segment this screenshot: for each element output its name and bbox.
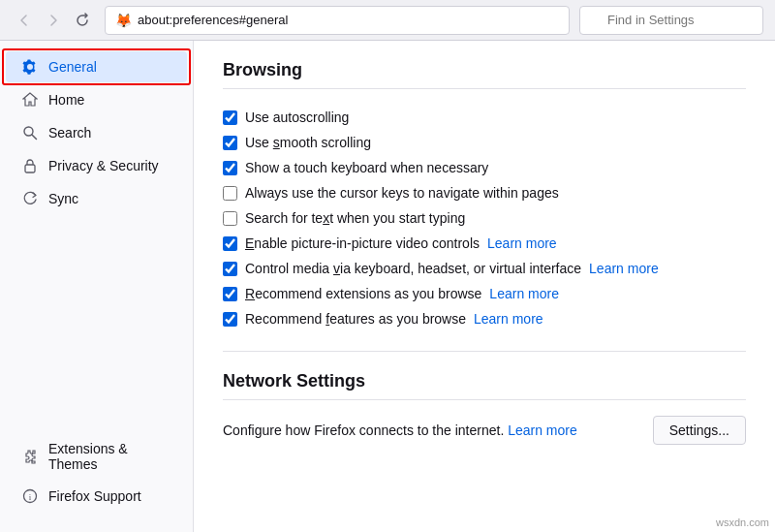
cursor-keys-checkbox[interactable]: [223, 186, 237, 201]
address-domain: about:preferences#general: [138, 13, 288, 27]
refresh-button[interactable]: [70, 8, 95, 33]
sidebar-item-home[interactable]: Home: [6, 84, 187, 115]
smooth-scroll-label: Use smooth scrolling: [245, 135, 371, 150]
back-button[interactable]: [12, 8, 37, 33]
checkbox-row-recommend-feat: Recommend features as you browse Learn m…: [223, 306, 746, 331]
sidebar-label-extensions: Extensions & Themes: [48, 441, 171, 472]
checkbox-list: Use autoscrolling Use smooth scrolling S…: [223, 105, 746, 331]
puzzle-icon: [21, 449, 39, 464]
sidebar-item-general[interactable]: General: [6, 51, 187, 82]
search-typing-label: Search for text when you start typing: [245, 210, 465, 226]
sidebar-item-privacy[interactable]: Privacy & Security: [6, 150, 187, 181]
svg-rect-2: [25, 165, 35, 172]
checkbox-row-search-typing: Search for text when you start typing: [223, 205, 746, 231]
sidebar-item-extensions[interactable]: Extensions & Themes: [6, 433, 187, 480]
recommend-feat-checkbox[interactable]: [223, 312, 237, 327]
checkbox-row-cursor: Always use the cursor keys to navigate w…: [223, 180, 746, 205]
touch-keyboard-checkbox[interactable]: [223, 161, 237, 175]
section-divider: [223, 351, 746, 352]
find-settings-input[interactable]: [579, 6, 763, 35]
firefox-icon: 🦊: [115, 13, 132, 28]
sync-icon: [21, 191, 39, 206]
smooth-scroll-checkbox[interactable]: [223, 136, 237, 150]
network-desc: Configure how Firefox connects to the in…: [223, 422, 577, 438]
pip-learn-more[interactable]: Learn more: [487, 235, 557, 251]
address-bar[interactable]: 🦊 about:preferences#general: [105, 6, 570, 35]
pip-checkbox[interactable]: [223, 236, 237, 251]
network-title: Network Settings: [223, 371, 746, 400]
network-settings-button[interactable]: Settings...: [653, 416, 746, 445]
recommend-ext-learn-more[interactable]: Learn more: [489, 286, 559, 301]
media-control-label: Control media via keyboard, headset, or …: [245, 261, 581, 276]
autoscroll-checkbox[interactable]: [223, 110, 237, 125]
browsing-title: Browsing: [223, 60, 746, 89]
pip-label: Enable picture-in-picture video controls: [245, 235, 480, 251]
network-section: Network Settings Configure how Firefox c…: [223, 371, 746, 445]
sidebar-label-search: Search: [48, 125, 91, 141]
sidebar-item-sync[interactable]: Sync: [6, 183, 187, 214]
checkbox-row-touch: Show a touch keyboard when necessary: [223, 155, 746, 180]
browser-chrome: 🦊 about:preferences#general 🔍: [0, 0, 775, 41]
cursor-keys-label[interactable]: Always use the cursor keys to navigate w…: [245, 185, 559, 201]
checkbox-row-media: Control media via keyboard, headset, or …: [223, 256, 746, 281]
main-layout: General Home Search Privacy & Security: [0, 41, 775, 532]
find-settings-container: 🔍: [579, 6, 763, 35]
recommend-feat-learn-more[interactable]: Learn more: [474, 311, 543, 327]
home-icon: [21, 92, 39, 108]
checkbox-row-recommend-ext: Recommend extensions as you browse Learn…: [223, 281, 746, 306]
sidebar-spacer: [0, 215, 193, 432]
sidebar-label-home: Home: [48, 92, 84, 108]
media-control-checkbox[interactable]: [223, 262, 237, 276]
lock-icon: [21, 158, 39, 173]
find-settings-wrap: 🔍: [579, 6, 763, 35]
sidebar-label-privacy: Privacy & Security: [48, 158, 159, 173]
checkbox-row-pip: Enable picture-in-picture video controls…: [223, 231, 746, 256]
network-row: Configure how Firefox connects to the in…: [223, 416, 746, 445]
sidebar-label-general: General: [48, 59, 97, 75]
sidebar-label-sync: Sync: [48, 191, 78, 206]
autoscroll-label[interactable]: Use autoscrolling: [245, 110, 349, 125]
network-learn-more[interactable]: Learn more: [508, 422, 577, 438]
sidebar: General Home Search Privacy & Security: [0, 41, 194, 532]
gear-icon: [21, 59, 39, 75]
search-typing-checkbox[interactable]: [223, 211, 237, 226]
checkbox-row-autoscroll: Use autoscrolling: [223, 105, 746, 130]
address-text: about:preferences#general: [138, 13, 559, 27]
svg-text:i: i: [29, 492, 32, 502]
sidebar-item-support[interactable]: i Firefox Support: [6, 481, 187, 512]
recommend-ext-label: Recommend extensions as you browse: [245, 286, 481, 301]
info-icon: i: [21, 488, 39, 504]
sidebar-label-support: Firefox Support: [48, 488, 141, 504]
recommend-ext-checkbox[interactable]: [223, 287, 237, 301]
svg-line-1: [32, 135, 37, 140]
recommend-feat-label: Recommend features as you browse: [245, 311, 466, 327]
checkbox-row-smooth: Use smooth scrolling: [223, 130, 746, 155]
search-icon: [21, 125, 39, 141]
sidebar-item-search[interactable]: Search: [6, 117, 187, 148]
touch-keyboard-label[interactable]: Show a touch keyboard when necessary: [245, 160, 488, 175]
media-learn-more[interactable]: Learn more: [589, 261, 659, 276]
forward-button[interactable]: [41, 8, 66, 33]
content-area: Browsing Use autoscrolling Use smooth sc…: [194, 41, 775, 532]
nav-buttons: [12, 8, 95, 33]
sidebar-bottom: Extensions & Themes i Firefox Support: [0, 432, 193, 522]
